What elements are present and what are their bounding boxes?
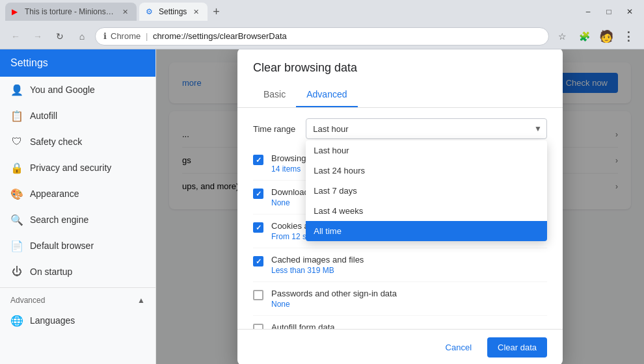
sidebar-label-you-google: You and Google [30, 84, 95, 95]
cb-download-history[interactable]: ✓ [253, 188, 263, 199]
checkbox-cached-images: ✓ Cached images and files Less than 319 … [253, 248, 547, 282]
cb-passwords[interactable] [253, 290, 263, 300]
sidebar-advanced-section[interactable]: Advanced ▲ [0, 291, 155, 307]
main-content: Settings 👤 You and Google 📋 Autofill 🛡 S… [0, 49, 644, 364]
maximize-button[interactable]: □ [600, 5, 618, 18]
sidebar-item-autofill[interactable]: 📋 Autofill [0, 103, 155, 129]
sidebar-item-on-startup[interactable]: ⏻ On startup [0, 259, 155, 285]
cancel-button[interactable]: Cancel [435, 337, 482, 358]
option-last-hour[interactable]: Last hour [306, 140, 547, 161]
tab-youtube-title: This is torture - Minions - YouTu... [25, 7, 116, 16]
time-range-label: Time range [253, 124, 295, 134]
address-input[interactable]: ℹ Chrome | chrome://settings/clearBrowse… [95, 27, 549, 46]
sidebar-label-default-browser: Default browser [30, 240, 94, 251]
checkbox-autofill-form: Autofill form data [253, 316, 547, 329]
minimize-button[interactable]: – [579, 5, 597, 18]
advanced-label: Advanced [10, 296, 45, 305]
time-range-select[interactable]: Last hour Last 24 hours Last 7 days Last… [306, 118, 547, 139]
back-button[interactable]: ← [7, 27, 25, 46]
clear-data-button[interactable]: Clear data [487, 337, 547, 358]
address-bar: ← → ↻ ⌂ ℹ Chrome | chrome://settings/cle… [0, 23, 644, 49]
title-bar: ▶ This is torture - Minions - YouTu... ✕… [0, 0, 644, 23]
close-button[interactable]: ✕ [621, 5, 639, 18]
url-separator: | [146, 31, 148, 41]
sidebar-item-appearance[interactable]: 🎨 Appearance [0, 181, 155, 207]
default-browser-icon: 📄 [10, 239, 23, 252]
page-area: more Check now ... › gs › ups, and [156, 49, 644, 364]
cb-sub-cached-images: Less than 319 MB [271, 266, 547, 275]
sidebar-item-privacy-security[interactable]: 🔒 Privacy and security [0, 155, 155, 181]
settings-favicon: ⚙ [146, 7, 155, 16]
dialog-title: Clear browsing data [237, 49, 563, 83]
option-last-4-weeks[interactable]: Last 4 weeks [306, 201, 547, 221]
dialog-footer: Cancel Clear data [237, 329, 563, 364]
cb-autofill-form[interactable] [253, 324, 263, 329]
you-google-icon: 👤 [10, 83, 23, 96]
sidebar-header: Settings [0, 49, 155, 77]
languages-icon: 🌐 [10, 314, 23, 327]
dialog-tabs: Basic Advanced [237, 83, 563, 108]
safety-check-icon: 🛡 [10, 135, 23, 148]
tab-youtube[interactable]: ▶ This is torture - Minions - YouTu... ✕ [5, 3, 137, 21]
sidebar-item-safety-check[interactable]: 🛡 Safety check [0, 129, 155, 155]
tab-youtube-close[interactable]: ✕ [120, 6, 130, 17]
window-controls: – □ ✕ [579, 5, 639, 18]
refresh-button[interactable]: ↻ [51, 27, 69, 46]
privacy-security-icon: 🔒 [10, 161, 23, 174]
sidebar-label-appearance: Appearance [30, 188, 79, 199]
sidebar-label-autofill: Autofill [30, 110, 57, 121]
home-button[interactable]: ⌂ [73, 27, 91, 46]
on-startup-icon: ⏻ [10, 265, 23, 278]
time-range-select-wrapper: Last hour Last 24 hours Last 7 days Last… [306, 118, 547, 139]
sidebar-label-on-startup: On startup [30, 266, 72, 277]
url-domain: Chrome [111, 31, 141, 41]
sidebar-divider [0, 287, 155, 288]
tab-settings[interactable]: ⚙ Settings ✕ [139, 3, 208, 21]
dropdown-list: Last hour Last 24 hours Last 7 days Last… [306, 140, 547, 241]
extension-button[interactable]: 🧩 [575, 27, 593, 46]
dialog-overlay: Clear browsing data Basic Advanced Time … [156, 49, 644, 364]
account-button[interactable]: 🧑 [597, 27, 615, 46]
sidebar-item-you-google[interactable]: 👤 You and Google [0, 77, 155, 103]
clear-browsing-data-dialog: Clear browsing data Basic Advanced Time … [237, 49, 563, 364]
tab-basic[interactable]: Basic [253, 83, 296, 107]
option-last-7-days[interactable]: Last 7 days [306, 181, 547, 201]
menu-button[interactable]: ⋮ [619, 27, 637, 46]
tab-advanced[interactable]: Advanced [296, 83, 357, 107]
dialog-body: Time range Last hour Last 24 hours Last … [237, 108, 563, 329]
sidebar-label-search-engine: Search engine [30, 214, 88, 225]
time-range-row: Time range Last hour Last 24 hours Last … [253, 118, 547, 139]
tab-settings-close[interactable]: ✕ [191, 6, 201, 17]
cb-title-autofill-form: Autofill form data [271, 322, 547, 329]
autofill-icon: 📋 [10, 109, 23, 122]
sidebar-label-safety-check: Safety check [30, 136, 82, 147]
sidebar-label-privacy-security: Privacy and security [30, 162, 111, 173]
sidebar-item-default-browser[interactable]: 📄 Default browser [0, 233, 155, 259]
youtube-favicon: ▶ [12, 7, 21, 16]
option-last-24-hours[interactable]: Last 24 hours [306, 161, 547, 181]
cb-sub-passwords: None [271, 300, 547, 309]
cb-browsing-history[interactable]: ✓ [253, 155, 263, 165]
sidebar-item-languages[interactable]: 🌐 Languages [0, 307, 155, 333]
cb-cookies[interactable]: ✓ [253, 222, 263, 233]
cb-title-cached-images: Cached images and files [271, 255, 547, 265]
cb-cached-images[interactable]: ✓ [253, 256, 263, 266]
sidebar-title: Settings [10, 57, 48, 68]
url-info-icon: ℹ [103, 31, 107, 41]
sidebar: Settings 👤 You and Google 📋 Autofill 🛡 S… [0, 49, 156, 364]
forward-button[interactable]: → [29, 27, 47, 46]
advanced-toggle-icon: ▲ [137, 296, 145, 305]
browser-frame: ▶ This is torture - Minions - YouTu... ✕… [0, 0, 644, 364]
option-all-time[interactable]: All time [306, 221, 547, 241]
new-tab-button[interactable]: + [213, 5, 220, 19]
checkbox-passwords: Passwords and other sign-in data None [253, 282, 547, 316]
appearance-icon: 🎨 [10, 187, 23, 200]
url-path: chrome://settings/clearBrowserData [153, 31, 287, 41]
tab-settings-title: Settings [159, 7, 187, 16]
bookmark-button[interactable]: ☆ [553, 27, 571, 46]
sidebar-label-languages: Languages [30, 315, 75, 326]
sidebar-item-search-engine[interactable]: 🔍 Search engine [0, 207, 155, 233]
search-engine-icon: 🔍 [10, 213, 23, 226]
cb-title-passwords: Passwords and other sign-in data [271, 289, 547, 298]
